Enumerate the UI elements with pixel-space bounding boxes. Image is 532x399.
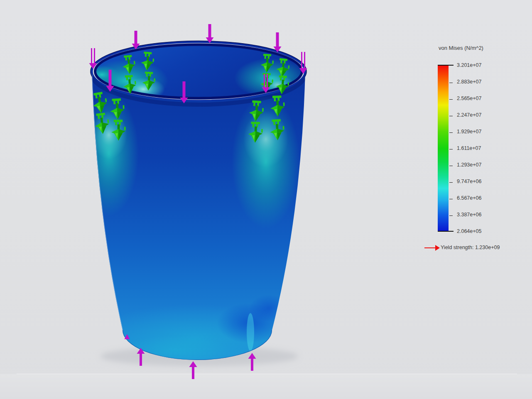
load-arrow-icon[interactable] [206,24,214,43]
graphics-area[interactable]: von Mises (N/m^2) 3.201e+072.883e+072.56… [0,0,532,399]
load-arrow-icon[interactable] [89,48,97,69]
model-3d-view[interactable] [0,0,532,399]
load-arrow-icon[interactable] [274,32,282,52]
